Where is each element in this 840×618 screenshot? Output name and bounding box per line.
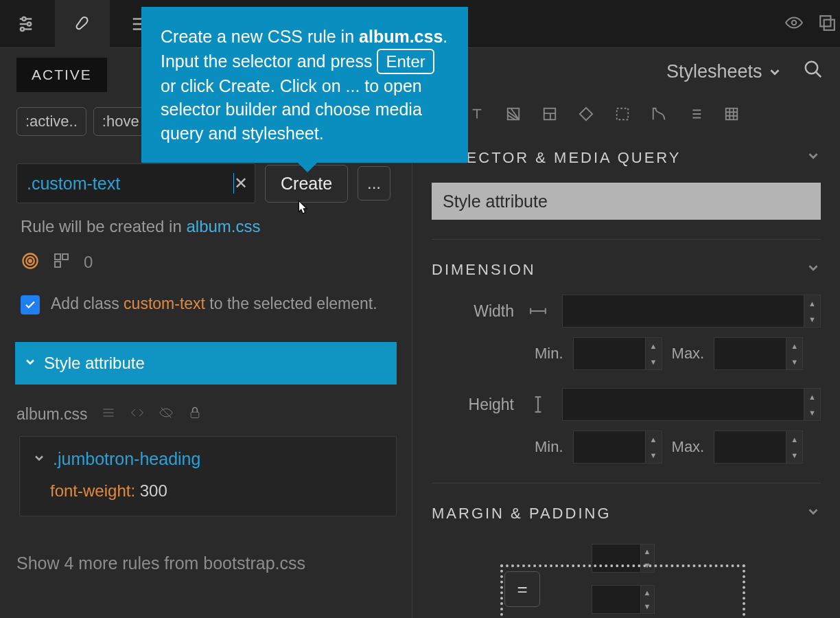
height-min-label: Min. [535,438,563,456]
chevron-down-icon [806,260,821,279]
settings-icon[interactable] [0,0,55,48]
list-icon[interactable] [678,100,712,128]
search-icon[interactable] [803,59,824,84]
width-max-input[interactable]: ▲▼ [714,337,803,370]
tab-active[interactable]: ACTIVE [16,58,107,92]
curve-icon[interactable] [642,100,676,128]
svg-point-3 [792,21,797,25]
selector-text: .custom-text [27,174,233,194]
height-label: Height [452,396,514,414]
svg-rect-12 [191,412,199,417]
top-right-icons [784,0,836,48]
transform-icon[interactable] [605,100,640,128]
padding-top-input[interactable]: ▲▼ [592,585,655,614]
width-input[interactable]: ▲▼ [562,295,821,328]
show-more-rules[interactable]: Show 4 more rules from bootstrap.css [0,516,412,573]
layout-grid-icon[interactable] [52,253,71,272]
code-icon[interactable] [129,405,145,424]
rule-card[interactable]: .jumbotron-heading font-weight: 300 [19,436,397,516]
file-name[interactable]: album.css [16,405,88,424]
clear-icon[interactable]: ✕ [234,174,248,193]
lines-icon[interactable] [100,405,117,424]
file-row: album.css [0,385,412,424]
rule-selector: .jumbotron-heading [53,449,200,469]
eye-off-icon[interactable] [158,405,174,424]
diamond-icon[interactable] [569,100,603,128]
pseudo-active[interactable]: :active.. [16,107,86,136]
background-icon[interactable] [496,100,530,128]
svg-point-1 [27,22,31,25]
chevron-down-icon [806,148,821,168]
svg-rect-10 [62,254,68,260]
cursor-pointer-icon [292,199,312,222]
svg-point-8 [29,260,32,262]
section-dimension[interactable]: DIMENSION [432,260,821,279]
svg-rect-11 [55,262,60,267]
selector-current[interactable]: Style attribute [432,183,821,220]
chevron-down-icon [806,504,821,523]
width-max-label: Max. [672,345,705,363]
link-values-button[interactable]: = [504,571,540,607]
helper-text: Rule will be created in album.css [0,203,412,236]
section-selector-media[interactable]: SELECTOR & MEDIA QUERY [432,148,821,168]
selector-builder-button[interactable]: ... [358,166,390,201]
height-min-input[interactable]: ▲▼ [573,431,662,464]
height-max-label: Max. [672,438,705,456]
svg-rect-5 [824,20,835,30]
height-max-input[interactable]: ▲▼ [714,431,803,464]
svg-rect-17 [617,108,629,120]
selector-input[interactable]: .custom-text ✕ [16,163,255,203]
stylesheet-link[interactable]: album.css [186,217,260,236]
chevron-down-icon[interactable] [32,449,46,469]
section-margin-padding[interactable]: MARGIN & PADDING [432,504,821,523]
lock-icon[interactable] [187,405,203,424]
layout-icon[interactable] [533,100,567,128]
right-panel: Stylesheets SELECTOR & MEDIA QUERY Style… [412,48,840,618]
width-label: Width [452,302,514,321]
meta-row: 0 [0,236,412,273]
svg-rect-4 [820,16,830,26]
height-input[interactable]: ▲▼ [562,388,821,421]
stylesheets-dropdown[interactable]: Stylesheets [666,61,782,82]
svg-point-2 [21,27,24,31]
style-attribute-bar[interactable]: Style attribute [15,342,397,385]
maximize-icon[interactable] [818,14,836,34]
rule-count: 0 [84,253,93,272]
grid-icon[interactable] [714,100,749,128]
height-icon [528,396,548,413]
width-icon [528,306,548,317]
style-category-icons [412,95,840,128]
chevron-down-icon [23,354,37,373]
svg-rect-9 [55,254,60,260]
brush-icon[interactable] [55,0,110,48]
eye-icon[interactable] [784,14,804,34]
add-class-label: Add class custom-text to the selected el… [51,293,377,314]
svg-point-13 [806,61,818,73]
enter-key: Enter [377,49,434,74]
add-class-checkbox[interactable] [21,295,40,314]
svg-rect-18 [726,108,738,120]
create-rule-tooltip: Create a new CSS rule in album.css. Inpu… [141,7,468,163]
width-min-input[interactable]: ▲▼ [573,337,662,370]
pseudo-hover[interactable]: :hove [93,107,148,136]
svg-point-0 [23,17,26,21]
target-icon[interactable] [21,251,40,273]
box-model: ▲▼ = ▲▼ [480,544,766,618]
width-min-label: Min. [535,345,563,363]
rule-property[interactable]: font-weight: 300 [50,481,384,501]
